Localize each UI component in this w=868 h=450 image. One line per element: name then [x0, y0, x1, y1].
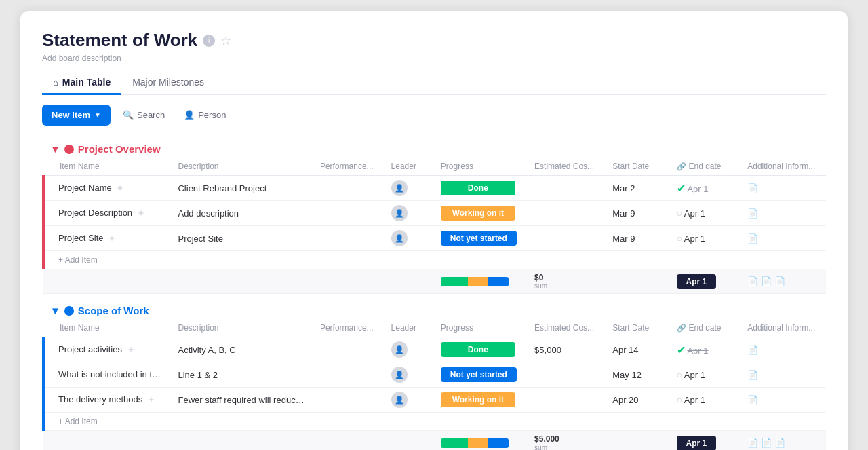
add-row-icon[interactable]: ＋: [106, 231, 118, 246]
toolbar: New Item ▼ 🔍 Search 👤 Person: [42, 105, 826, 126]
row-start-date: Mar 9: [606, 226, 669, 251]
group-title-scope-of-work[interactable]: ▼ Scope of Work: [50, 305, 819, 316]
row-leader: 👤: [384, 176, 434, 201]
row-status[interactable]: Done: [434, 176, 528, 201]
progress-orange: [468, 277, 488, 286]
row-status[interactable]: Working on it: [434, 201, 528, 226]
group-title-project-overview[interactable]: ▼ Project Overview: [50, 143, 819, 155]
row-check[interactable]: ○ Apr 1: [670, 201, 741, 226]
row-status[interactable]: Working on it: [434, 388, 528, 413]
row-name: Project Site: [58, 233, 103, 243]
row-est-cost: $5,000: [528, 337, 606, 362]
row-start-date: May 12: [606, 362, 669, 388]
add-row-icon[interactable]: ＋: [125, 342, 137, 357]
sum-label: sum: [534, 282, 599, 290]
row-status[interactable]: Not yet started: [434, 226, 528, 251]
new-item-button[interactable]: New Item ▼: [42, 105, 111, 126]
row-additional: 📄: [741, 201, 826, 226]
sum-end-date-badge: Apr 1: [677, 274, 717, 289]
row-est-cost: [528, 388, 606, 413]
progress-green: [441, 277, 468, 286]
row-check[interactable]: ○ Apr 1: [670, 362, 741, 388]
home-icon: ⌂: [53, 77, 58, 88]
progress-green: [441, 438, 468, 448]
table-container: ▼ Project Overview Item Name Description…: [42, 135, 826, 450]
sum-row: $5,000 sum Apr 1 📄 📄 📄: [43, 431, 826, 451]
avatar: 👤: [391, 367, 408, 383]
file-icon: 📄: [747, 183, 758, 193]
row-leader: 👤: [384, 388, 434, 413]
file-icon: 📄: [747, 345, 758, 355]
row-est-cost: [528, 362, 606, 388]
row-start-date: Apr 20: [606, 388, 669, 413]
add-item-row[interactable]: + Add Item: [43, 413, 826, 431]
row-name: Project Name: [58, 183, 112, 193]
star-icon[interactable]: ☆: [220, 33, 231, 48]
table-row: Project Description ＋ Add description 👤 …: [43, 201, 826, 226]
page-title: Statement of Work: [42, 30, 197, 51]
row-status[interactable]: Done: [434, 337, 528, 362]
row-name: Project Description: [58, 208, 132, 218]
sum-file-icons: 📄 📄 📄: [747, 276, 819, 286]
row-check[interactable]: ✔ Apr 1: [670, 176, 741, 201]
row-start-date: Apr 14: [606, 337, 669, 362]
row-additional: 📄: [741, 176, 826, 201]
sum-file-icons: 📄 📄 📄: [747, 438, 819, 448]
row-desc: Project Site: [171, 226, 313, 251]
row-check[interactable]: ✔ Apr 1: [670, 337, 741, 362]
row-perf: [313, 226, 384, 251]
row-additional: 📄: [741, 388, 826, 413]
row-status[interactable]: Not yet started: [434, 362, 528, 388]
table-row: Project activities ＋ Activity A, B, C 👤 …: [43, 337, 826, 362]
group-scope-of-work: ▼ Scope of Work Item Name Description Pe…: [43, 297, 826, 450]
row-perf: [313, 201, 384, 226]
info-icon[interactable]: i: [203, 35, 215, 47]
file-icon: 📄: [747, 208, 758, 219]
main-card: Statement of Work i ☆ Add board descript…: [20, 11, 848, 450]
row-additional: 📄: [741, 337, 826, 362]
person-icon: 👤: [184, 110, 195, 120]
search-button[interactable]: 🔍 Search: [116, 106, 172, 124]
search-icon: 🔍: [123, 110, 134, 120]
table-row: The delivery methods ＋ Fewer staff requi…: [43, 388, 826, 413]
row-perf: [313, 337, 384, 362]
row-start-date: Mar 9: [606, 201, 669, 226]
person-button[interactable]: 👤 Person: [177, 106, 233, 124]
progress-bar: [441, 277, 509, 286]
row-desc: Client Rebrand Project: [171, 176, 313, 201]
progress-orange: [468, 438, 488, 448]
progress-blue: [488, 438, 509, 448]
row-check[interactable]: ○ Apr 1: [670, 226, 741, 251]
add-row-icon[interactable]: ＋: [114, 181, 126, 195]
row-check[interactable]: ○ Apr 1: [670, 388, 741, 413]
row-name: What is not included in the scope: [58, 369, 171, 379]
row-leader: 👤: [384, 226, 434, 251]
avatar: 👤: [391, 230, 408, 246]
row-additional: 📄: [741, 362, 826, 388]
table-row: Project Site ＋ Project Site 👤 Not yet st…: [43, 226, 826, 251]
tab-major-milestones[interactable]: Major Milestones: [121, 71, 215, 95]
file-icon: 📄: [747, 395, 758, 405]
row-est-cost: [528, 176, 606, 201]
progress-blue: [488, 277, 509, 286]
tab-major-milestones-label: Major Milestones: [132, 77, 204, 88]
tab-main-table[interactable]: ⌂ Main Table: [42, 71, 121, 95]
sum-row: $0 sum Apr 1 📄 📄 📄: [43, 269, 826, 294]
add-row-icon[interactable]: ＋: [145, 392, 157, 407]
row-desc: Line 1 & 2: [171, 362, 313, 388]
row-desc: Add description: [171, 201, 313, 226]
row-perf: [313, 388, 384, 413]
table-row: Project Name ＋ Client Rebrand Project 👤 …: [43, 176, 826, 201]
sum-label: sum: [534, 444, 599, 450]
row-desc: Fewer staff required will reduce t...: [171, 388, 313, 413]
row-leader: 👤: [384, 337, 434, 362]
add-row-icon[interactable]: ＋: [135, 206, 147, 221]
board-description[interactable]: Add board description: [42, 54, 826, 63]
row-est-cost: [528, 226, 606, 251]
add-item-row[interactable]: + Add Item: [43, 251, 826, 269]
row-perf: [313, 176, 384, 201]
row-additional: 📄: [741, 226, 826, 251]
group-collapse-arrow: ▼: [50, 143, 60, 155]
sum-amount: $5,000: [534, 434, 599, 444]
sum-end-date-badge: Apr 1: [677, 436, 717, 451]
